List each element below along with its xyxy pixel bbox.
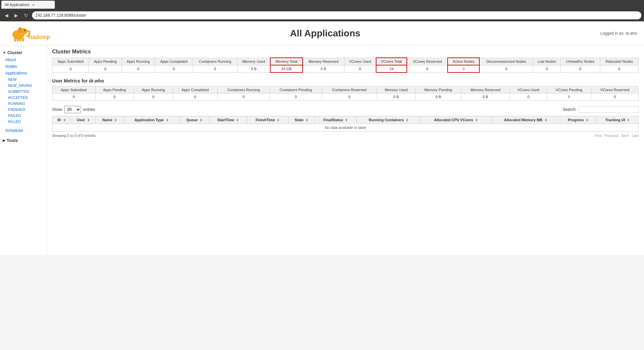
- svg-point-3: [18, 27, 22, 33]
- app-col-7[interactable]: State ⇕: [288, 116, 315, 124]
- svg-rect-4: [14, 38, 16, 41]
- app-col-9[interactable]: Running Containers ⇕: [356, 116, 421, 124]
- user-metrics-header-12: VCores Reserved: [591, 86, 639, 94]
- metrics-header-2: Apps Running: [122, 58, 155, 65]
- sort-icon-2: ⇕: [114, 119, 117, 122]
- content-layout: ▼ Cluster About Nodes Applications NEW N…: [0, 45, 644, 255]
- app-col-11[interactable]: Allocated Memory MB ⇕: [491, 116, 560, 124]
- sidebar-item-finished[interactable]: FINISHED: [0, 107, 46, 113]
- cluster-label: Cluster: [7, 50, 22, 55]
- user-metrics-value-5: 0: [270, 94, 322, 101]
- metrics-value-15: 0: [600, 65, 638, 72]
- next-page-btn[interactable]: Next: [622, 134, 629, 138]
- user-metrics-header-9: Memory Reserved: [461, 86, 510, 94]
- sort-icon-5: ⇕: [236, 119, 239, 122]
- search-input[interactable]: [579, 106, 639, 113]
- cluster-metrics-table: Apps SubmittedApps PendingApps RunningAp…: [52, 57, 639, 73]
- app-col-0[interactable]: ID ⇕: [52, 116, 71, 124]
- app-col-3[interactable]: Application Type ⇕: [124, 116, 179, 124]
- sidebar-item-about[interactable]: About: [0, 56, 46, 63]
- sidebar-item-accepted[interactable]: ACCEPTED: [0, 95, 46, 101]
- tab-title: All Applications: [5, 3, 29, 7]
- metrics-value-2: 0: [122, 65, 155, 72]
- active-tab[interactable]: All Applications ✕: [1, 1, 55, 9]
- tab-close-button[interactable]: ✕: [32, 3, 35, 7]
- metrics-value-9: 24: [376, 65, 407, 72]
- sort-icon-10: ⇕: [475, 119, 478, 122]
- metrics-header-0: Apps Submitted: [52, 58, 89, 65]
- app-col-12[interactable]: Progress ⇕: [560, 116, 597, 124]
- user-metrics-value-10: 0: [510, 94, 547, 101]
- cluster-section-header[interactable]: ▼ Cluster: [0, 49, 46, 56]
- sort-icon-11: ⇕: [544, 119, 547, 122]
- svg-rect-6: [19, 38, 21, 41]
- sort-icon-9: ⇕: [406, 119, 409, 122]
- refresh-button[interactable]: ↻: [22, 12, 30, 19]
- sort-icon-0: ⇕: [63, 119, 66, 122]
- metrics-value-1: 0: [89, 65, 122, 72]
- page-title: All Applications: [50, 28, 600, 39]
- app-header: hadoop All Applications Logged in as: dr…: [0, 21, 644, 45]
- main-content: Cluster Metrics Apps SubmittedApps Pendi…: [47, 45, 644, 255]
- metrics-header-12: Decommissioned Nodes: [479, 58, 533, 65]
- logo-area: hadoop: [7, 24, 50, 42]
- user-metrics-value-7: 0 B: [377, 94, 416, 101]
- app-col-4[interactable]: Queue ⇕: [179, 116, 209, 124]
- back-button[interactable]: ◀: [3, 12, 10, 19]
- table-footer: Showing 0 to 0 of 0 entries First Previo…: [52, 134, 639, 138]
- sidebar-item-killed[interactable]: KILLED: [0, 119, 46, 125]
- active-nodes-link[interactable]: 3: [463, 67, 465, 71]
- sidebar-item-running[interactable]: RUNNING: [0, 101, 46, 107]
- sort-icon-13: ⇕: [627, 119, 630, 122]
- applications-table: ID ⇕User ⇕Name ⇕Application Type ⇕Queue …: [52, 116, 639, 132]
- app-col-1[interactable]: User ⇕: [71, 116, 96, 124]
- sidebar-item-applications[interactable]: Applications: [0, 70, 46, 76]
- user-metrics-value-12: 0: [591, 94, 639, 101]
- user-metrics-value-8: 0 B: [416, 94, 461, 101]
- metrics-header-9: VCores Total: [376, 58, 407, 65]
- user-metrics-header-11: VCores Pending: [547, 86, 591, 94]
- metrics-header-1: Apps Pending: [89, 58, 122, 65]
- sidebar-item-submitted[interactable]: SUBMITTED: [0, 89, 46, 95]
- metrics-value-3: 0: [155, 65, 193, 72]
- first-page-btn[interactable]: First: [595, 134, 602, 138]
- app-col-8[interactable]: FinalStatus ⇕: [315, 116, 357, 124]
- app-col-10[interactable]: Allocated CPU VCores ⇕: [421, 116, 491, 124]
- forward-button[interactable]: ▶: [12, 12, 20, 19]
- metrics-value-12: 0: [479, 65, 533, 72]
- app-col-6[interactable]: FinishTime ⇕: [247, 116, 288, 124]
- cluster-metrics-title: Cluster Metrics: [52, 49, 639, 55]
- user-metrics-value-4: 0: [217, 94, 270, 101]
- tools-section-header[interactable]: ▶ Tools: [0, 137, 46, 144]
- sort-icon-7: ⇕: [306, 119, 308, 122]
- svg-rect-5: [17, 38, 19, 41]
- user-metrics-table: Apps SubmittedApps PendingApps RunningAp…: [52, 86, 639, 101]
- metrics-header-7: Memory Reserved: [303, 58, 344, 65]
- cluster-arrow-icon: ▼: [3, 51, 6, 54]
- sort-icon-3: ⇕: [166, 119, 169, 122]
- sidebar-item-nodes[interactable]: Nodes: [0, 63, 46, 70]
- app-container: hadoop All Applications Logged in as: dr…: [0, 21, 644, 255]
- entries-label: entries: [83, 107, 95, 112]
- previous-page-btn[interactable]: Previous: [605, 134, 619, 138]
- app-col-5[interactable]: StartTime ⇕: [209, 116, 247, 124]
- app-col-13[interactable]: Tracking UI ⇕: [597, 116, 639, 124]
- show-entries-control: Show 102050100 entries: [52, 106, 95, 113]
- last-page-btn[interactable]: Last: [632, 134, 639, 138]
- sidebar-item-new[interactable]: NEW: [0, 76, 46, 82]
- metrics-header-15: Rebooted Nodes: [600, 58, 638, 65]
- app-col-2[interactable]: Name ⇕: [96, 116, 124, 124]
- search-area: Search:: [563, 106, 639, 113]
- metrics-header-13: Lost Nodes: [533, 58, 561, 65]
- sidebar-item-scheduler[interactable]: Scheduler: [0, 127, 46, 134]
- sidebar-item-failed[interactable]: FAILED: [0, 113, 46, 119]
- metrics-value-0: 0: [52, 65, 89, 72]
- metrics-header-8: VCores Used: [344, 58, 376, 65]
- user-metrics-header-1: Apps Pending: [95, 86, 134, 94]
- address-bar[interactable]: [32, 11, 641, 19]
- tools-label: Tools: [7, 138, 18, 143]
- sort-icon-12: ⇕: [586, 119, 589, 122]
- sidebar-item-new-saving[interactable]: NEW_SAVING: [0, 82, 46, 89]
- entries-select[interactable]: 102050100: [64, 106, 81, 113]
- svg-text:hadoop: hadoop: [28, 34, 50, 40]
